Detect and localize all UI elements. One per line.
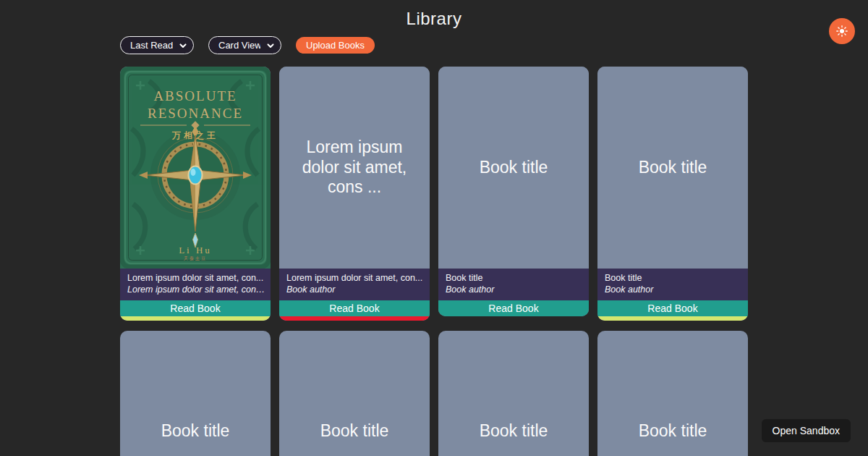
toolbar: Last Read Card View Upload Books <box>120 36 375 54</box>
book-card: Book title <box>438 331 589 456</box>
book-cover-image: ABSOLUTE RESONANCE 万相之王 Li Hu 天蚕土豆 <box>120 67 271 269</box>
book-author: Lorem ipsum dolor sit amet, con… <box>127 284 263 295</box>
upload-books-button[interactable]: Upload Books <box>296 37 375 54</box>
book-card: Book title Book title Book author Read B… <box>597 67 748 321</box>
book-meta: Lorem ipsum dolor sit amet, con... Book … <box>279 269 430 300</box>
cover-author-small: 天蚕土豆 <box>184 256 207 261</box>
book-card: Book title <box>597 331 748 456</box>
book-card: Book title Book title Book author Read B… <box>438 67 589 316</box>
book-card: Book title <box>279 331 430 456</box>
book-meta: Lorem ipsum dolor sit amet, con... Lorem… <box>120 269 271 300</box>
progress-bar <box>279 316 430 321</box>
book-cover-placeholder: Book title <box>120 331 271 456</box>
book-title: Lorem ipsum dolor sit amet, con... <box>127 272 263 284</box>
book-author: Book author <box>286 284 422 295</box>
cover-author: Li Hu <box>179 245 212 256</box>
placeholder-title: Book title <box>320 421 389 442</box>
book-cover-placeholder: Book title <box>597 331 748 456</box>
placeholder-title: Book title <box>480 421 548 442</box>
book-cover-placeholder: Book title <box>279 331 430 456</box>
book-author: Book author <box>605 284 741 295</box>
book-cover-placeholder: Book title <box>438 331 589 456</box>
read-book-button[interactable]: Read Book <box>438 300 589 316</box>
sort-select[interactable]: Last Read <box>120 36 194 54</box>
placeholder-title: Book title <box>480 158 548 178</box>
open-sandbox-button[interactable]: Open Sandbox <box>762 419 851 442</box>
placeholder-title: Lorem ipsum dolor sit amet, cons ... <box>294 138 415 198</box>
theme-toggle-button[interactable] <box>829 18 855 44</box>
cover-title-line1: ABSOLUTE <box>153 88 237 104</box>
book-title: Lorem ipsum dolor sit amet, con... <box>286 272 422 284</box>
book-title: Book title <box>446 272 582 284</box>
view-select-wrap: Card View <box>208 36 281 54</box>
cover-title-line2: RESONANCE <box>148 106 243 121</box>
progress-bar <box>597 316 748 321</box>
book-cover-placeholder: Book title <box>438 67 589 269</box>
read-book-button[interactable]: Read Book <box>279 300 430 316</box>
placeholder-title: Book title <box>639 158 707 178</box>
read-book-button[interactable]: Read Book <box>120 300 271 316</box>
placeholder-title: Book title <box>639 421 707 442</box>
book-card: ABSOLUTE RESONANCE 万相之王 Li Hu 天蚕土豆 <box>120 67 271 321</box>
sun-icon <box>836 25 848 37</box>
read-book-button[interactable]: Read Book <box>597 300 748 316</box>
placeholder-title: Book title <box>161 421 230 442</box>
progress-bar <box>120 316 271 321</box>
book-title: Book title <box>605 272 741 284</box>
page-title: Library <box>0 9 868 29</box>
view-select[interactable]: Card View <box>208 36 281 54</box>
book-author: Book author <box>446 284 582 295</box>
sort-select-wrap: Last Read <box>120 36 194 54</box>
book-meta: Book title Book author <box>438 269 589 300</box>
book-cover-placeholder: Book title <box>597 67 748 269</box>
book-meta: Book title Book author <box>597 269 748 300</box>
book-card: Lorem ipsum dolor sit amet, cons ... Lor… <box>279 67 430 321</box>
book-cover-placeholder: Lorem ipsum dolor sit amet, cons ... <box>279 67 430 269</box>
book-grid: ABSOLUTE RESONANCE 万相之王 Li Hu 天蚕土豆 <box>120 67 748 456</box>
book-card: Book title <box>120 331 271 456</box>
